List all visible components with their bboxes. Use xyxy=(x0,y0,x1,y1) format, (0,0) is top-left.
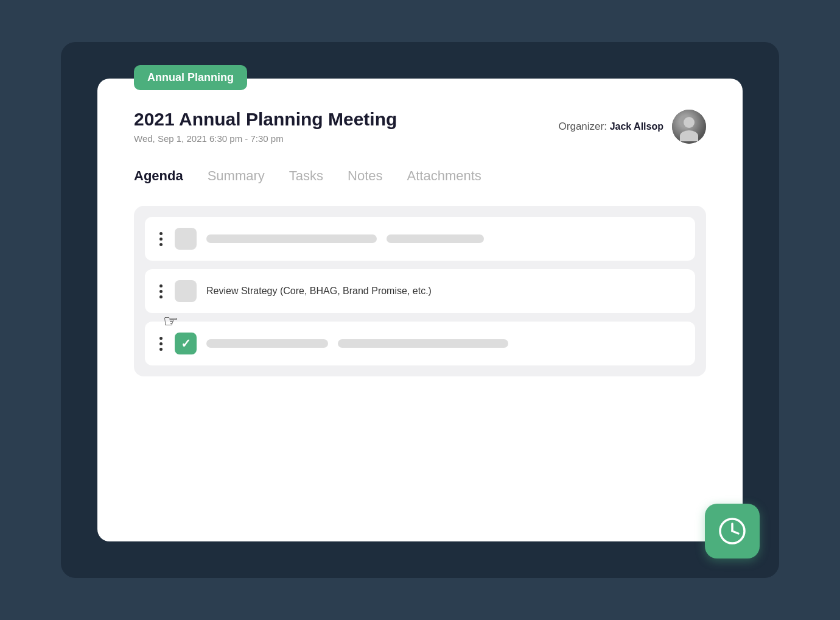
agenda-item-text-2: Review Strategy (Core, BHAG, Brand Promi… xyxy=(206,286,432,297)
meeting-title: 2021 Annual Planning Meeting xyxy=(134,109,397,130)
placeholder-bar xyxy=(338,339,508,348)
item-content-2: Review Strategy (Core, BHAG, Brand Promi… xyxy=(206,286,683,297)
agenda-content: Review Strategy (Core, BHAG, Brand Promi… xyxy=(134,206,706,376)
tab-attachments[interactable]: Attachments xyxy=(407,168,481,189)
agenda-item-3 xyxy=(145,322,695,365)
cursor-pointer: ☞ xyxy=(163,311,178,331)
agenda-item-1 xyxy=(145,217,695,261)
drag-dot xyxy=(159,284,163,287)
placeholder-bar xyxy=(387,234,484,243)
drag-handle-3[interactable] xyxy=(157,334,165,353)
drag-dot xyxy=(159,342,163,345)
organizer-label: Organizer: Jack Allsop xyxy=(559,121,663,133)
organizer-name: Jack Allsop xyxy=(610,121,663,132)
organizer-block: Organizer: Jack Allsop xyxy=(559,110,706,144)
avatar xyxy=(672,110,706,144)
drag-handle-1[interactable] xyxy=(157,230,165,248)
item-checkbox-3[interactable] xyxy=(175,333,197,354)
drag-dot xyxy=(159,238,163,241)
drag-dot xyxy=(159,295,163,298)
drag-dot xyxy=(159,290,163,293)
tab-summary[interactable]: Summary xyxy=(208,168,265,189)
tabs-bar: Agenda Summary Tasks Notes Attachments xyxy=(134,168,706,189)
meeting-title-block: 2021 Annual Planning Meeting Wed, Sep 1,… xyxy=(134,109,397,144)
drag-dot xyxy=(159,232,163,235)
item-content-3 xyxy=(206,339,683,348)
drag-dot xyxy=(159,348,163,351)
tab-agenda[interactable]: Agenda xyxy=(134,168,183,189)
agenda-item-2: Review Strategy (Core, BHAG, Brand Promi… xyxy=(145,269,695,313)
item-checkbox-1[interactable] xyxy=(175,228,197,250)
outer-frame: Annual Planning 2021 Annual Planning Mee… xyxy=(61,42,779,578)
placeholder-bar xyxy=(206,339,328,348)
drag-dot xyxy=(159,243,163,246)
meeting-header: 2021 Annual Planning Meeting Wed, Sep 1,… xyxy=(134,109,706,144)
time-tracker-button[interactable] xyxy=(705,504,760,558)
clock-icon xyxy=(718,516,747,546)
avatar-image xyxy=(672,110,706,144)
organizer-prefix: Organizer: xyxy=(559,121,610,132)
meeting-datetime: Wed, Sep 1, 2021 6:30 pm - 7:30 pm xyxy=(134,133,397,144)
badge-tag: Annual Planning xyxy=(134,65,247,90)
svg-line-2 xyxy=(732,531,738,534)
drag-dot xyxy=(159,337,163,340)
item-content-1 xyxy=(206,234,683,243)
tab-tasks[interactable]: Tasks xyxy=(289,168,323,189)
drag-handle-2[interactable] xyxy=(157,282,165,301)
item-checkbox-2[interactable] xyxy=(175,280,197,302)
tab-notes[interactable]: Notes xyxy=(348,168,382,189)
main-card: Annual Planning 2021 Annual Planning Mee… xyxy=(97,79,743,541)
placeholder-bar xyxy=(206,234,377,243)
